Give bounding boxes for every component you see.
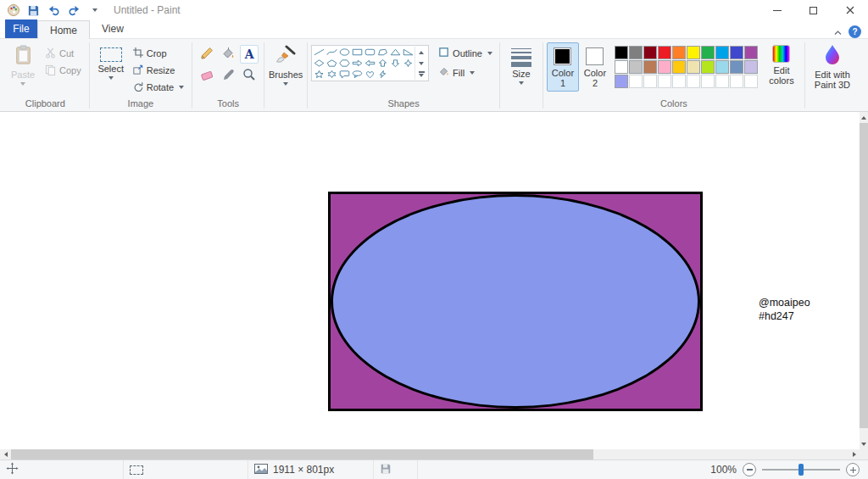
shape-rectangle[interactable] bbox=[351, 47, 364, 58]
color-swatch[interactable] bbox=[643, 60, 657, 74]
color-swatch-empty[interactable] bbox=[744, 75, 758, 88]
maximize-button[interactable] bbox=[795, 0, 832, 20]
color-swatch-empty[interactable] bbox=[701, 75, 715, 88]
shape-four-point-star[interactable] bbox=[402, 58, 415, 69]
tab-view[interactable]: View bbox=[90, 19, 136, 38]
select-button[interactable]: Select bbox=[93, 42, 129, 82]
scroll-up-icon[interactable] bbox=[860, 112, 868, 123]
shapes-scroll-up-icon[interactable] bbox=[415, 47, 427, 58]
shape-oval-callout[interactable] bbox=[351, 69, 364, 80]
zoom-slider[interactable] bbox=[762, 463, 840, 476]
color-swatch[interactable] bbox=[730, 60, 743, 74]
shape-oval[interactable] bbox=[338, 47, 351, 58]
shape-polygon[interactable] bbox=[376, 47, 389, 58]
color-swatch[interactable] bbox=[744, 60, 758, 74]
save-icon[interactable] bbox=[26, 3, 41, 18]
rotate-button[interactable]: Rotate bbox=[129, 80, 188, 95]
shape-triangle[interactable] bbox=[389, 47, 402, 58]
color-swatch[interactable] bbox=[658, 60, 671, 74]
qat-customize-icon[interactable] bbox=[87, 3, 102, 18]
shape-hexagon[interactable] bbox=[338, 58, 351, 69]
fill-with-color-tool[interactable] bbox=[219, 45, 237, 64]
color-swatch[interactable] bbox=[687, 46, 700, 59]
color-swatch-empty[interactable] bbox=[658, 75, 671, 88]
fill-button[interactable]: Fill bbox=[435, 64, 496, 81]
drawing-canvas[interactable]: @moaipeo #hd247 bbox=[0, 112, 860, 449]
size-button[interactable]: Size bbox=[504, 42, 539, 87]
color-swatch[interactable] bbox=[629, 46, 643, 59]
undo-icon[interactable] bbox=[47, 3, 61, 18]
resize-button[interactable]: Resize bbox=[129, 63, 188, 78]
shape-rounded-callout[interactable] bbox=[338, 69, 351, 80]
color-swatch-empty[interactable] bbox=[687, 75, 700, 88]
scroll-down-icon[interactable] bbox=[860, 438, 868, 449]
shapes-more-icon[interactable] bbox=[415, 69, 427, 80]
minimize-button[interactable] bbox=[759, 0, 795, 20]
color-swatch-empty[interactable] bbox=[715, 75, 729, 88]
color-swatch-empty[interactable] bbox=[672, 75, 686, 88]
zoom-slider-thumb[interactable] bbox=[798, 464, 804, 476]
color-swatch[interactable] bbox=[672, 60, 686, 74]
color1-button[interactable]: Color 1 bbox=[547, 42, 579, 92]
color-swatch-empty[interactable] bbox=[643, 75, 657, 88]
eraser-tool[interactable] bbox=[198, 66, 216, 85]
help-icon[interactable]: ? bbox=[849, 25, 861, 38]
shape-down-arrow[interactable] bbox=[389, 58, 402, 69]
color-swatch[interactable] bbox=[687, 60, 700, 74]
scroll-right-icon[interactable] bbox=[849, 449, 860, 460]
color-swatch[interactable] bbox=[629, 60, 643, 74]
shape-lightning[interactable] bbox=[376, 69, 389, 80]
outline-button[interactable]: Outline bbox=[435, 45, 496, 61]
scroll-left-icon[interactable] bbox=[0, 449, 11, 460]
shape-six-point-star[interactable] bbox=[326, 69, 338, 80]
horizontal-scrollbar-thumb[interactable] bbox=[11, 449, 593, 460]
redo-icon[interactable] bbox=[67, 3, 81, 18]
crop-button[interactable]: Crop bbox=[129, 46, 188, 61]
color2-button[interactable]: Color 2 bbox=[579, 42, 611, 92]
paste-button[interactable]: Paste bbox=[5, 42, 41, 88]
color-swatch[interactable] bbox=[615, 75, 628, 88]
shape-five-point-star[interactable] bbox=[313, 69, 326, 80]
shapes-scroll-down-icon[interactable] bbox=[415, 58, 427, 69]
shape-line[interactable] bbox=[313, 47, 326, 58]
shape-pentagon[interactable] bbox=[326, 58, 338, 69]
color-swatch[interactable] bbox=[701, 60, 715, 74]
color-swatch[interactable] bbox=[715, 60, 729, 74]
color-swatch[interactable] bbox=[672, 46, 686, 59]
zoom-in-button[interactable] bbox=[846, 463, 860, 476]
zoom-out-button[interactable] bbox=[743, 463, 756, 476]
shape-rounded-rectangle[interactable] bbox=[364, 47, 376, 58]
color-swatch[interactable] bbox=[643, 46, 657, 59]
cut-button[interactable]: Cut bbox=[41, 46, 86, 61]
shape-left-arrow[interactable] bbox=[364, 58, 376, 69]
color-swatch-empty[interactable] bbox=[730, 75, 743, 88]
color-swatch[interactable] bbox=[744, 46, 758, 59]
color-swatch[interactable] bbox=[615, 60, 628, 74]
horizontal-scrollbar[interactable] bbox=[0, 449, 860, 460]
tab-home[interactable]: Home bbox=[37, 20, 90, 39]
brushes-button[interactable]: Brushes bbox=[268, 42, 303, 88]
vertical-scrollbar-thumb[interactable] bbox=[860, 123, 868, 428]
edit-with-paint3d-button[interactable]: Edit with Paint 3D bbox=[809, 42, 856, 90]
close-button[interactable] bbox=[832, 0, 868, 20]
copy-button[interactable]: Copy bbox=[41, 63, 86, 78]
edit-colors-button[interactable]: Edit colors bbox=[762, 42, 801, 86]
magnifier-tool[interactable] bbox=[240, 66, 259, 85]
color-swatch[interactable] bbox=[730, 46, 743, 59]
shape-curve[interactable] bbox=[326, 47, 338, 58]
color-picker-tool[interactable] bbox=[219, 66, 237, 85]
collapse-ribbon-icon[interactable] bbox=[834, 26, 842, 38]
text-tool[interactable]: A bbox=[240, 45, 259, 64]
vertical-scrollbar[interactable] bbox=[860, 112, 868, 449]
tab-file[interactable]: File bbox=[5, 19, 37, 38]
color-swatch[interactable] bbox=[658, 46, 671, 59]
color-swatch[interactable] bbox=[701, 46, 715, 59]
shape-heart[interactable] bbox=[364, 69, 376, 80]
shape-diamond[interactable] bbox=[313, 58, 326, 69]
color-swatch-empty[interactable] bbox=[629, 75, 643, 88]
color-swatch[interactable] bbox=[715, 46, 729, 59]
color-swatch[interactable] bbox=[615, 46, 628, 59]
shape-right-triangle[interactable] bbox=[402, 47, 415, 58]
shape-right-arrow[interactable] bbox=[351, 58, 364, 69]
pencil-tool[interactable] bbox=[198, 45, 216, 64]
